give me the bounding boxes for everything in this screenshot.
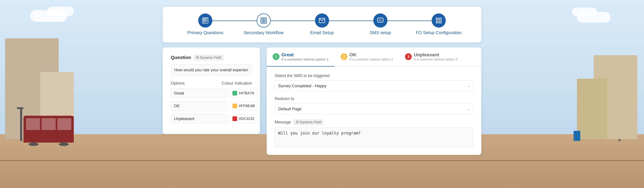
tab-content-area: Select the SMS to be triggered Survey Co… (267, 67, 481, 155)
colour-swatch-ok (232, 104, 237, 108)
email-icon (319, 17, 325, 24)
bus-body (24, 116, 74, 143)
sms-icon (377, 17, 384, 24)
email-setup-label: Email Setup (310, 30, 334, 36)
sms-setup-label: SMS setup (370, 30, 391, 36)
cloud-3 (577, 12, 610, 23)
message-database-icon (296, 121, 299, 124)
tab-number-great: 1 (273, 53, 280, 60)
trash-bin (574, 131, 580, 141)
svg-rect-18 (439, 21, 441, 23)
workflow-icon (260, 17, 267, 24)
question-panel-title: Question (171, 55, 191, 60)
sms-panel: 1 Great If a customer selects option 1 2… (267, 47, 481, 155)
tab-ok[interactable]: 2 OK If a customer selects option 2 (334, 47, 399, 67)
building-right-short (577, 79, 607, 139)
option-input-ok[interactable] (171, 101, 227, 111)
secondary-workflow-label: Secondary Workflow (244, 30, 284, 36)
colour-swatch-unpleasant (232, 116, 237, 121)
question-panel: Question Dynamic Field Options Colour In… (163, 47, 260, 134)
svg-rect-1 (203, 19, 206, 20)
question-dynamic-field-label: Dynamic Field (200, 56, 221, 59)
colour-hex-ok: #FFBE4B (239, 104, 255, 108)
colour-box-unpleasant[interactable]: #DC3232 (230, 115, 257, 123)
tab-great-subtitle: If a customer selects option 1 (282, 57, 328, 61)
panels-row: Question Dynamic Field Options Colour In… (163, 47, 481, 155)
sms-tabs-row: 1 Great If a customer selects option 1 2… (267, 47, 481, 67)
colour-hex-unpleasant: #DC3232 (239, 117, 254, 121)
tab-unpleasant-label: Unpleasant (414, 52, 457, 57)
colour-box-ok[interactable]: #FFBE4B (230, 102, 257, 110)
cloud-4 (572, 8, 597, 16)
svg-rect-0 (203, 18, 208, 19)
road-line (0, 160, 644, 161)
question-input[interactable] (171, 64, 252, 75)
progress-card: Primary Questions Secondary Workflow (163, 7, 481, 42)
primary-questions-label: Primary Questions (187, 30, 223, 36)
email-setup-icon-bg (315, 14, 329, 28)
option-row-ok: #FFBE4B (171, 101, 252, 111)
tab-great[interactable]: 1 Great If a customer selects option 1 (267, 47, 334, 67)
cloud-1 (30, 10, 67, 22)
question-dynamic-field-badge[interactable]: Dynamic Field (194, 55, 224, 60)
config-icon (435, 17, 442, 24)
option-input-unpleasant[interactable] (171, 114, 227, 124)
option-row-great: #47BA78 (171, 88, 252, 98)
step-fo-setup[interactable]: FO Setup Configuration (410, 14, 468, 36)
primary-questions-icon-bg (198, 14, 212, 28)
fo-setup-icon-bg (432, 14, 446, 28)
colour-hex-great: #47BA78 (239, 91, 254, 95)
sms-trigger-label: Select the SMS to be triggered (275, 73, 473, 78)
secondary-workflow-icon-bg (256, 14, 271, 28)
colour-box-great[interactable]: #47BA78 (230, 89, 257, 97)
colour-swatch-great (232, 91, 237, 96)
list-icon (202, 17, 209, 24)
svg-point-19 (196, 56, 199, 57)
tab-ok-subtitle: If a customer selects option 2 (349, 57, 393, 61)
svg-rect-2 (203, 21, 208, 21)
building-left-short (40, 72, 74, 139)
tab-number-ok: 2 (340, 53, 347, 60)
svg-point-12 (379, 20, 380, 21)
option-row-unpleasant: #DC3232 (171, 114, 252, 124)
tab-ok-content: OK If a customer selects option 2 (349, 52, 393, 61)
option-input-great[interactable] (171, 88, 227, 98)
lamp-post-right (618, 107, 620, 141)
colour-label: Colour Indication (222, 81, 252, 85)
svg-rect-17 (436, 21, 438, 23)
tab-number-unpleasant: 3 (405, 53, 412, 60)
svg-point-13 (380, 20, 381, 21)
tab-unpleasant-content: Unpleasant If a customer selects option … (414, 52, 457, 61)
sms-setup-icon-bg (373, 14, 388, 28)
svg-rect-15 (436, 18, 438, 20)
options-header: Options Colour Indication (171, 81, 252, 85)
sms-trigger-select[interactable]: Survey Completed - Happy Survey Complete… (275, 80, 473, 91)
main-content: Primary Questions Secondary Workflow (121, 7, 523, 155)
svg-point-14 (381, 20, 382, 21)
tab-unpleasant[interactable]: 3 Unpleasant If a customer selects optio… (399, 47, 464, 67)
message-label: Message (275, 120, 291, 124)
tab-unpleasant-subtitle: If a customer selects option 3 (414, 57, 457, 61)
step-sms-setup[interactable]: SMS setup (351, 14, 410, 36)
step-primary-questions[interactable]: Primary Questions (176, 14, 234, 36)
redirect-wrapper: Default Page Custom URL Home Page ⌄ (275, 104, 473, 114)
tab-great-label: Great (282, 52, 328, 57)
redirect-select[interactable]: Default Page Custom URL Home Page (275, 104, 473, 114)
redirect-label: Redirect to (275, 96, 473, 101)
options-label: Options (171, 81, 185, 85)
message-header: Message Dynamic Field (275, 119, 473, 125)
step-secondary-workflow[interactable]: Secondary Workflow (234, 14, 293, 36)
message-textarea[interactable]: Will you join our loyalty program? (275, 127, 473, 147)
svg-rect-16 (439, 18, 441, 20)
svg-rect-3 (203, 22, 206, 22)
building-left-tall (5, 38, 59, 139)
svg-point-20 (296, 121, 299, 122)
tab-ok-label: OK (349, 52, 393, 57)
lamp-post-left (20, 107, 22, 141)
message-dynamic-field-label: Dynamic Field (300, 120, 321, 124)
tab-great-content: Great If a customer selects option 1 (282, 52, 328, 61)
sms-trigger-wrapper: Survey Completed - Happy Survey Complete… (275, 80, 473, 91)
step-email-setup[interactable]: Email Setup (293, 14, 351, 36)
message-dynamic-field-badge[interactable]: Dynamic Field (294, 119, 323, 125)
database-icon (196, 56, 199, 59)
